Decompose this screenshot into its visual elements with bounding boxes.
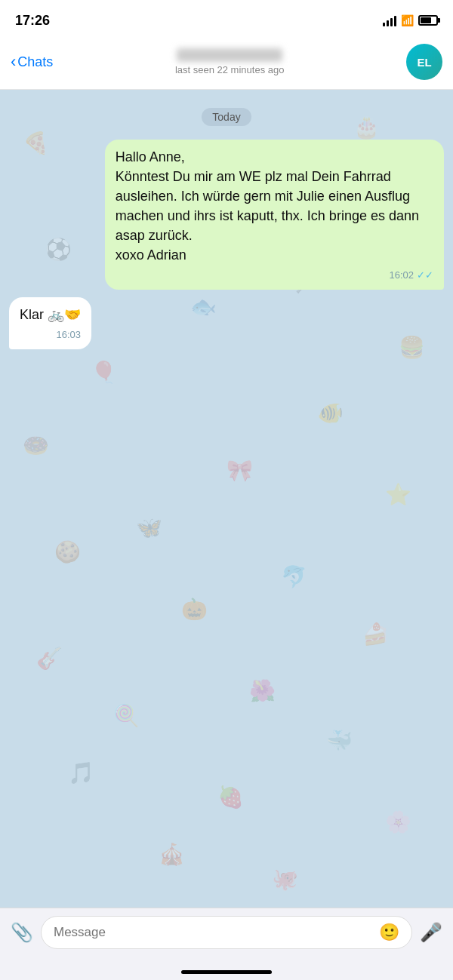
avatar[interactable]: EL bbox=[406, 44, 442, 80]
battery-fill bbox=[421, 17, 431, 23]
header-center: last seen 22 minutes ago bbox=[53, 48, 406, 75]
contact-name bbox=[177, 48, 282, 62]
input-bar: 📎 🙂 🎤 bbox=[0, 908, 453, 970]
status-icons: 📶 bbox=[383, 14, 438, 26]
date-label: Today bbox=[9, 108, 444, 126]
status-time: 17:26 bbox=[15, 13, 50, 29]
read-check-icon: ✓✓ bbox=[417, 269, 433, 283]
bubble-meta: 16:02 ✓✓ bbox=[116, 269, 433, 283]
home-bar bbox=[181, 970, 272, 974]
date-badge: Today bbox=[202, 108, 251, 126]
bubble-incoming: Klar 🚲🤝 16:03 bbox=[9, 297, 91, 349]
message-input-wrap: 🙂 bbox=[41, 916, 412, 949]
home-indicator bbox=[0, 970, 453, 980]
bubble-text: Hallo Anne, Könntest Du mir am WE plz ma… bbox=[116, 147, 433, 266]
sticker-button[interactable]: 🙂 bbox=[379, 923, 399, 942]
back-chevron-icon: ‹ bbox=[11, 54, 16, 70]
chat-area: 🍕 🧁 🎂 🍦 🏀 ⚽ 🎾 🐟 🍔 🎈 🐠 🍩 🎀 ⭐ 🦋 🍪 🐬 🎃 🍰 🎸 … bbox=[0, 90, 453, 908]
back-button[interactable]: ‹ Chats bbox=[11, 54, 53, 70]
bubble-time: 16:03 bbox=[56, 328, 81, 343]
status-bar: 17:26 📶 bbox=[0, 0, 453, 38]
bubble-time: 16:02 bbox=[389, 269, 414, 283]
message-input[interactable] bbox=[54, 925, 379, 940]
wifi-icon: 📶 bbox=[401, 14, 414, 26]
message-row: Klar 🚲🤝 16:03 bbox=[9, 297, 444, 349]
battery-icon bbox=[418, 15, 438, 26]
message-row: Hallo Anne, Könntest Du mir am WE plz ma… bbox=[9, 140, 444, 290]
chat-header: ‹ Chats last seen 22 minutes ago EL bbox=[0, 38, 453, 90]
attach-button[interactable]: 📎 bbox=[11, 922, 33, 943]
voice-button[interactable]: 🎤 bbox=[420, 922, 442, 943]
contact-status: last seen 22 minutes ago bbox=[175, 64, 285, 75]
bubble-meta: 16:03 bbox=[20, 328, 81, 343]
back-label: Chats bbox=[17, 54, 53, 70]
signal-icon bbox=[383, 14, 396, 26]
avatar-initials: EL bbox=[417, 56, 431, 69]
bubble-text: Klar 🚲🤝 bbox=[20, 305, 81, 324]
bubble-outgoing: Hallo Anne, Könntest Du mir am WE plz ma… bbox=[105, 140, 444, 290]
